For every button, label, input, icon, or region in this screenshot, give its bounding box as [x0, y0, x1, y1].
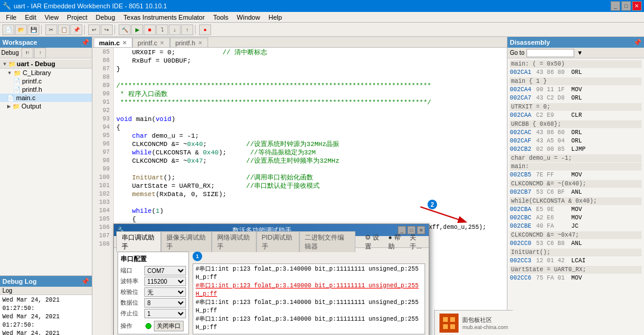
- breakpoint-button[interactable]: ●: [199, 24, 211, 35]
- new-button[interactable]: 📄: [2, 24, 14, 35]
- sep3: [114, 25, 117, 35]
- menu-help[interactable]: Help: [265, 13, 286, 21]
- about-btn[interactable]: 关于...: [410, 233, 426, 251]
- workspace-title-text: Workspace: [2, 39, 38, 46]
- code-line-85: URX0IF = 0; // 清中断标志: [116, 48, 504, 57]
- sep4: [195, 25, 197, 35]
- disasm-op: ORL: [571, 69, 582, 77]
- tab-main-c-label: main.c: [99, 39, 120, 46]
- tab-printf-h-close[interactable]: ✕: [198, 40, 203, 46]
- menu-view[interactable]: View: [41, 13, 63, 21]
- copy-button[interactable]: 📋: [58, 24, 70, 35]
- config-databits-label: 数据位: [120, 299, 143, 307]
- dialog-tab-network[interactable]: 网络调试助手: [212, 231, 256, 252]
- disasm-addr-5: 002CAC: [510, 129, 534, 137]
- debug-log-title-text: Debug Log: [2, 278, 36, 285]
- goto-input[interactable]: [527, 49, 574, 57]
- sidebar-item-main-c[interactable]: 📄 main.c: [0, 94, 92, 102]
- disasm-addr-11: 002CBC: [510, 214, 534, 222]
- tree-section: ▼ 📁 uart - Debug: [0, 60, 92, 69]
- step-into-button[interactable]: ↓: [169, 24, 181, 35]
- stop-button[interactable]: ■: [144, 24, 156, 35]
- code-line-105: {: [116, 215, 504, 224]
- tab-printf-h[interactable]: printf.h ✕: [170, 38, 208, 47]
- disasm-op-11: MOV: [571, 214, 582, 222]
- ws-btn2[interactable]: ↑: [34, 48, 46, 58]
- config-port-select[interactable]: COM7: [144, 266, 186, 275]
- disasm-bytes-6: 43 A5 04: [536, 137, 569, 145]
- disasm-addr-2: 002CA4: [510, 86, 534, 94]
- sidebar-item-printf-c[interactable]: 📄 printf.c: [0, 77, 92, 85]
- sidebar-item-c-library[interactable]: ▼ 📁 C_Library: [0, 69, 92, 77]
- tab-printf-c-close[interactable]: ✕: [160, 40, 165, 46]
- sep1: [41, 25, 44, 35]
- dialog-tab-binary[interactable]: 二进制文件编辑器: [299, 231, 355, 252]
- settings-btn[interactable]: ⚙ 设置: [365, 233, 383, 251]
- run-button[interactable]: ▶: [131, 24, 143, 35]
- redo-button[interactable]: ↪: [101, 24, 113, 35]
- serial-line-3: #串口1:int p:123 folat_p:3.140000 bit_p:11…: [196, 299, 422, 315]
- config-port-label: 端口: [120, 266, 143, 275]
- help-btn[interactable]: ● 帮助: [388, 233, 405, 251]
- disasm-op-10: MOV: [571, 206, 582, 214]
- debug-log-title: Debug Log 📌: [0, 276, 92, 287]
- disasm-line-002cb2: 002CB2 02 00 85 LJMP: [510, 145, 642, 154]
- tree-root-label: uart - Debug: [17, 60, 55, 67]
- dialog-tab-pid[interactable]: PID调试助手: [256, 231, 299, 252]
- code-line-95: char demo_u = -1;: [116, 132, 504, 140]
- menu-edit[interactable]: Edit: [21, 13, 40, 21]
- disasm-section-main-label: main:: [510, 163, 642, 170]
- save-button[interactable]: 💾: [27, 24, 39, 35]
- disasm-addr-15: 002CC6: [510, 274, 534, 283]
- menu-project[interactable]: Project: [63, 13, 91, 21]
- disasm-line-002cbc: 002CBC A2 E6 MOV: [510, 214, 642, 222]
- disasm-op-9: ANL: [571, 188, 582, 197]
- config-parity-row: 校验位 无: [120, 287, 186, 297]
- serial-line-2: #串口1:int p:123 folat_p:3.140000 bit_p:11…: [196, 282, 422, 299]
- minimize-button[interactable]: _: [611, 1, 620, 11]
- sidebar-item-output[interactable]: ▶ 📁 Output: [0, 102, 92, 110]
- disassembly-title: Disassembly 📌: [507, 37, 644, 48]
- config-stopbits-select[interactable]: 1: [144, 309, 186, 318]
- disasm-bytes-15: 75 FA 01: [536, 274, 569, 283]
- folder-icon-clibrary: 📁: [14, 70, 21, 76]
- tree-printf-c-label: printf.c: [22, 77, 42, 85]
- logo-sub-text: mub.eat-china.com: [462, 324, 508, 330]
- disasm-line-002cb5: 002CB5 7E FF MOV: [510, 171, 642, 179]
- config-parity-select[interactable]: 无: [144, 287, 186, 297]
- config-baud-select[interactable]: 115200: [144, 277, 186, 286]
- sidebar-item-printf-h[interactable]: 📄 printf.h: [0, 85, 92, 94]
- menu-debug[interactable]: Debug: [92, 13, 119, 21]
- code-line-104: while(1): [116, 207, 504, 215]
- undo-button[interactable]: ↩: [88, 24, 100, 35]
- maximize-button[interactable]: □: [621, 1, 631, 11]
- paste-button[interactable]: 📌: [70, 24, 82, 35]
- dialog-tab-serial[interactable]: 串口调试助手: [116, 231, 161, 252]
- config-databits-select[interactable]: 8: [144, 298, 186, 308]
- menu-file[interactable]: File: [2, 13, 20, 21]
- cut-button[interactable]: ✂: [45, 24, 57, 35]
- tab-main-c[interactable]: main.c ✕: [94, 38, 132, 47]
- step-out-button[interactable]: ↑: [181, 24, 193, 35]
- toolbar: 📄 📂 💾 ✂ 📋 📌 ↩ ↪ 🔨 ▶ ■ ⤵ ↓ ↑ ●: [0, 23, 644, 37]
- workspace-pin-icon: 📌: [81, 39, 89, 46]
- build-button[interactable]: 🔨: [119, 24, 131, 35]
- title-bar-left: 🔧 uart - IAR Embedded Workbench IDE - 80…: [2, 2, 167, 10]
- dialog-tab-camera[interactable]: 摄像头调试助手: [161, 231, 212, 252]
- code-line-87: }: [116, 65, 504, 73]
- tab-main-c-close[interactable]: ✕: [122, 40, 127, 46]
- open-button[interactable]: 📂: [15, 24, 27, 35]
- disasm-bytes-8: 7E FF: [536, 171, 569, 179]
- title-bar-controls[interactable]: _ □ ✕: [611, 1, 642, 11]
- code-line-91: ****************************************…: [116, 98, 504, 107]
- menu-ti-emulator[interactable]: Texas Instruments Emulator: [120, 13, 208, 21]
- ws-btn1[interactable]: f↑: [21, 48, 33, 58]
- disasm-bytes-7: 02 00 85: [536, 145, 569, 154]
- close-serial-button[interactable]: 关闭串口: [154, 321, 184, 331]
- tab-printf-c[interactable]: printf.c ✕: [132, 38, 170, 47]
- menu-window[interactable]: Window: [233, 13, 264, 21]
- disasm-line-002cba: 002CBA E5 9E MOV: [510, 206, 642, 214]
- step-over-button[interactable]: ⤵: [156, 24, 168, 35]
- menu-tools[interactable]: Tools: [209, 13, 232, 21]
- close-button[interactable]: ✕: [632, 1, 642, 11]
